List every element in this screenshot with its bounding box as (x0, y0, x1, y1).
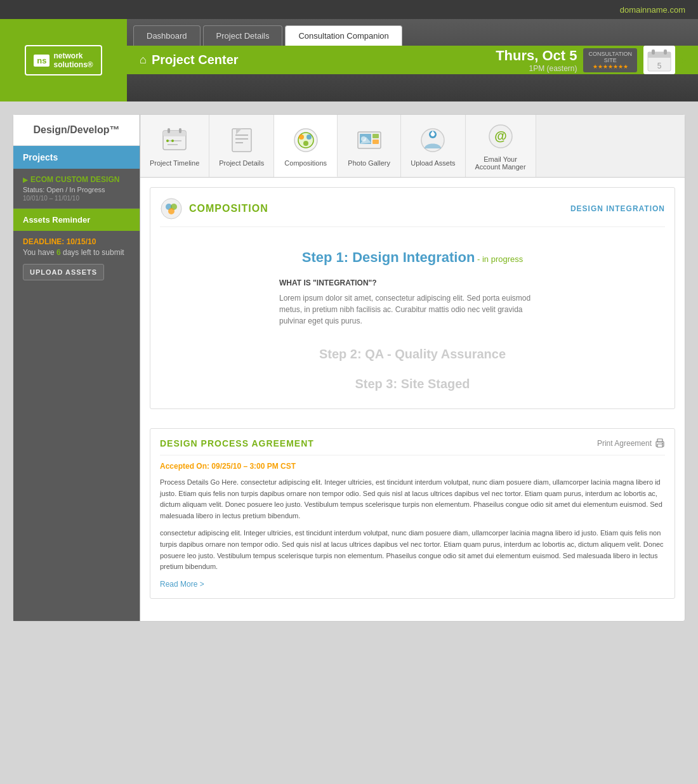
tab-consultation-companion[interactable]: Consultation Companion (285, 25, 402, 46)
sidebar-project-date: 10/01/10 – 11/01/10 (23, 195, 130, 202)
step3-title: Step 3: Site Staged (160, 377, 665, 391)
svg-rect-7 (168, 128, 170, 133)
tab-label-email: Email Your Account Manger (475, 155, 526, 171)
integration-body: Lorem ipsum dolor sit amet, consectetur … (279, 292, 546, 327)
composition-icon (160, 197, 183, 220)
tab-label-photo: Photo Gallery (348, 159, 390, 167)
main-content: Design/Develop™ Projects ▶ ECOM CUSTOM D… (0, 101, 698, 634)
consultation-block: CONSULTATIONSITE ★★★★★★★ (583, 48, 637, 72)
svg-text:@: @ (494, 129, 507, 143)
svg-point-21 (306, 134, 312, 140)
nav-area: Dashboard Project Details Consultation C… (127, 19, 698, 101)
step2: Step 2: QA - Quality Assurance (160, 339, 665, 369)
top-bar: domainname.com (0, 0, 698, 19)
tab-label-upload: Upload Assets (411, 159, 455, 167)
svg-point-11 (166, 140, 169, 142)
agreement-header: DESIGN PROCESS AGREEMENT Print Agreement (160, 438, 665, 455)
email-icon: @ (485, 121, 516, 152)
icon-tabs: Project Timeline Project Details (140, 115, 685, 178)
days-number: 6 (56, 248, 61, 257)
calendar-icon: 5 (643, 46, 675, 74)
page-title: Project Center (152, 53, 239, 67)
arrow-icon: ▶ (23, 176, 28, 183)
date-text: Thurs, Oct 5 (496, 48, 577, 64)
tab-label-timeline: Project Timeline (150, 159, 199, 167)
right-content: Project Timeline Project Details (140, 115, 685, 621)
sidebar-project-name[interactable]: ▶ ECOM CUSTOM DESIGN (23, 175, 130, 184)
print-icon (655, 438, 665, 448)
main-header: ns networksolutions® Dashboard Project D… (0, 19, 698, 101)
tab-label-details: Project Details (219, 159, 264, 167)
breadcrumb: ⌂ Project Center (140, 53, 239, 67)
svg-point-20 (299, 134, 304, 140)
svg-rect-41 (657, 444, 662, 447)
compositions-icon (291, 125, 321, 155)
sidebar-logo: Design/Develop™ (13, 115, 140, 146)
logo-text: networksolutions® (53, 51, 93, 70)
design-integration-link[interactable]: DESIGN INTEGRATION (570, 204, 665, 213)
home-icon: ⌂ (140, 53, 147, 67)
svg-point-42 (662, 443, 663, 444)
sidebar: Design/Develop™ Projects ▶ ECOM CUSTOM D… (13, 115, 140, 621)
logo-ns: ns (34, 55, 49, 67)
sidebar-project-status: Status: Open / In Progress (23, 186, 130, 193)
svg-rect-13 (232, 129, 251, 152)
svg-point-12 (171, 140, 174, 142)
svg-rect-3 (664, 49, 667, 55)
integration-box: WHAT IS "INTEGRATION"? Lorem ipsum dolor… (279, 278, 546, 327)
consultation-label: CONSULTATIONSITE (588, 51, 632, 63)
tab-dashboard[interactable]: Dashboard (133, 25, 201, 46)
step2-title: Step 2: QA - Quality Assurance (160, 347, 665, 362)
domain-link[interactable]: domainname.com (620, 5, 685, 15)
svg-rect-25 (372, 134, 379, 138)
tab-compositions[interactable]: Compositions (274, 115, 338, 177)
upload-assets-button[interactable]: UPLOAD ASSETS (23, 264, 104, 280)
step1-title: Step 1: Design Integration (302, 249, 475, 265)
read-more-link[interactable]: Read More > (160, 580, 204, 589)
step1-header: Step 1: Design Integration - in progress (160, 237, 665, 272)
agreement-body2: consectetur adipiscing elit. Integer ult… (160, 528, 665, 572)
svg-text:5: 5 (657, 62, 662, 70)
svg-point-22 (303, 141, 308, 146)
tab-project-details[interactable]: Project Details (203, 25, 283, 46)
upload-icon (418, 125, 448, 155)
timeline-icon (159, 125, 190, 155)
tab-project-timeline[interactable]: Project Timeline (140, 115, 209, 177)
svg-rect-6 (163, 131, 186, 136)
tab-upload-assets[interactable]: Upload Assets (401, 115, 465, 177)
step3: Step 3: Site Staged (160, 369, 665, 399)
tab-photo-gallery[interactable]: Photo Gallery (338, 115, 401, 177)
svg-rect-8 (179, 128, 181, 133)
content-wrapper: Design/Develop™ Projects ▶ ECOM CUSTOM D… (13, 114, 685, 622)
accepted-date: Accepted On: 09/25/10 – 3:00 PM CST (160, 462, 665, 471)
svg-point-38 (168, 208, 174, 214)
sidebar-reminder[interactable]: Assets Reminder (13, 209, 140, 231)
play-arrow-icon[interactable]: ▶ (678, 54, 685, 66)
photo-icon (354, 125, 385, 155)
tab-email-manager[interactable]: @ Email Your Account Manger (466, 115, 536, 177)
logo-box: ns networksolutions® (25, 45, 102, 76)
svg-rect-2 (652, 49, 655, 55)
agreement-section: DESIGN PROCESS AGREEMENT Print Agreement… (150, 428, 675, 599)
composition-header: COMPOSITION DESIGN INTEGRATION (160, 197, 665, 227)
details-icon (227, 125, 257, 155)
calendar-block: 5 ▶ (643, 46, 685, 74)
integration-question: WHAT IS "INTEGRATION"? (279, 278, 546, 287)
print-agreement-link[interactable]: Print Agreement (597, 438, 665, 448)
tab-project-details[interactable]: Project Details (209, 115, 274, 177)
tab-label-compositions: Compositions (284, 159, 327, 167)
composition-title: COMPOSITION (160, 197, 268, 220)
nav-tabs: Dashboard Project Details Consultation C… (127, 19, 698, 46)
breadcrumb-bar: ⌂ Project Center Thurs, Oct 5 1PM (easte… (127, 46, 698, 74)
sidebar-days: You have 6 days left to submit (13, 246, 140, 259)
svg-rect-26 (372, 140, 379, 144)
date-block: Thurs, Oct 5 1PM (eastern) (496, 48, 577, 73)
agreement-body1: Process Details Go Here. consectetur adi… (160, 477, 665, 521)
time-text: 1PM (eastern) (496, 64, 577, 73)
stars: ★★★★★★★ (588, 63, 632, 70)
sidebar-project-section: ▶ ECOM CUSTOM DESIGN Status: Open / In P… (13, 169, 140, 209)
svg-rect-1 (648, 52, 671, 58)
composition-section: COMPOSITION DESIGN INTEGRATION Step 1: D… (150, 187, 675, 409)
agreement-title: DESIGN PROCESS AGREEMENT (160, 438, 314, 448)
sidebar-item-projects[interactable]: Projects (13, 146, 140, 169)
